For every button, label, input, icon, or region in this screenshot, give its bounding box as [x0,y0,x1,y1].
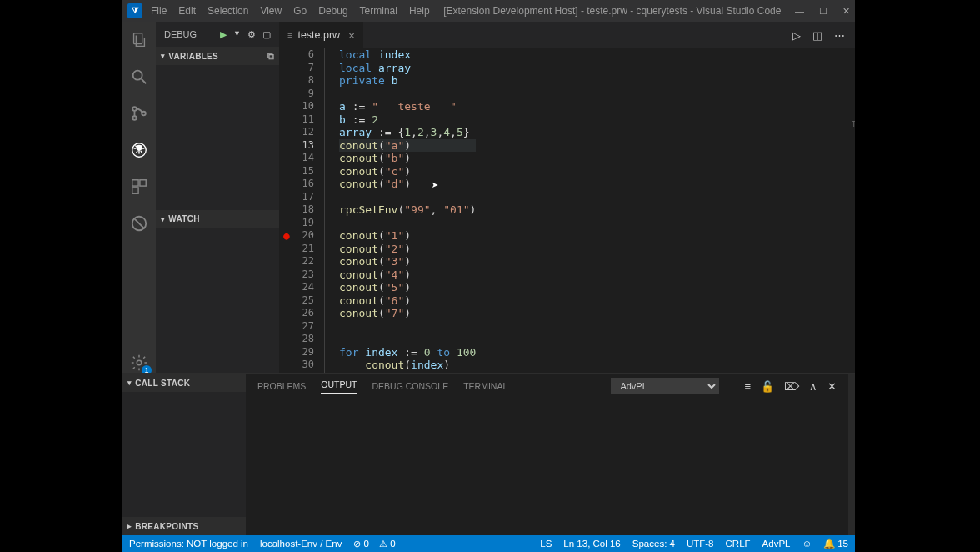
line-number: 25 [294,294,324,308]
menu-go[interactable]: Go [293,5,307,17]
code-line[interactable] [339,191,476,204]
status-errors[interactable]: ⊘0 ⚠0 [353,539,395,549]
status-language[interactable]: AdvPL [762,539,791,549]
code-line[interactable]: conout("7") [339,307,476,320]
code-line[interactable]: private b [339,74,476,88]
code-line[interactable]: local array [339,62,476,75]
code-line[interactable]: conout("4") [339,268,476,282]
status-feedback-icon[interactable]: ☺ [802,539,812,549]
search-icon[interactable] [129,67,149,87]
panel-tab-problems[interactable]: PROBLEMS [258,381,306,391]
callstack-label: CALL STACK [135,379,190,388]
status-permissions[interactable]: Permissions: NOT logged in [129,539,248,549]
panel-tab-output[interactable]: OUTPUT [321,379,357,394]
run-icon[interactable]: ▷ [792,29,801,42]
status-indentation[interactable]: Spaces: 4 [632,539,675,549]
code-line[interactable]: array := {1,2,3,4,5} [339,126,476,139]
debug-settings-icon[interactable]: ⚙ [248,29,256,40]
panel: ▾ CALL STACK ▸ BREAKPOINTS PROBLEMSOUTPU… [122,373,855,535]
menu-debug[interactable]: Debug [318,5,348,17]
close-icon[interactable]: ✕ [842,6,850,17]
output-channel-select[interactable]: AdvPL [611,378,719,394]
status-cursor-position[interactable]: Ln 13, Col 16 [563,539,620,549]
code-line[interactable]: local index [339,48,476,62]
line-number: 16 [294,178,324,191]
code-line[interactable]: conout("a") [339,139,476,153]
close-tab-icon[interactable]: × [348,29,355,42]
panel-tab-debug-console[interactable]: DEBUG CONSOLE [372,381,449,391]
code-line[interactable]: conout("3") [339,255,476,268]
source-control-icon[interactable] [129,103,149,123]
code-line[interactable]: conout("b") [339,152,476,165]
minimap[interactable]: T [850,48,855,373]
callstack-section-header[interactable]: ▾ CALL STACK [122,374,246,392]
menu-view[interactable]: View [260,5,282,17]
editor-tabs: ≡ teste.prw × ▷ ◫ ⋯ [279,22,855,48]
breakpoint-icon[interactable]: ● [279,229,294,243]
callstack-body [122,392,246,517]
panel-tab-terminal[interactable]: TERMINAL [463,381,508,391]
variables-section-header[interactable]: ▾ VARIABLES ⧉ [156,47,279,65]
code-line[interactable] [339,320,476,334]
status-notifications[interactable]: 🔔15 [823,538,848,549]
status-encoding[interactable]: UTF-8 [687,539,714,549]
line-number: 13 [294,139,324,153]
word-wrap-icon[interactable]: ≡ [744,380,751,393]
more-actions-icon[interactable]: ⋯ [834,29,845,42]
line-number: 29 [294,346,324,359]
svg-rect-10 [132,188,138,193]
code-line[interactable]: b := 2 [339,113,476,127]
tab-teste-prw[interactable]: ≡ teste.prw × [279,22,364,48]
start-debug-icon[interactable]: ▶ [220,29,227,40]
code-line[interactable]: conout("c") [339,165,476,178]
status-ls[interactable]: LS [540,539,552,549]
clear-output-icon[interactable]: ⌦ [784,380,799,393]
menu-file[interactable]: File [151,5,167,17]
line-number: 7 [294,62,324,75]
output-panel[interactable] [246,399,848,535]
menu-terminal[interactable]: Terminal [360,5,398,17]
window-controls: — ☐ ✕ [795,6,850,17]
menu-selection[interactable]: Selection [208,5,248,17]
error-icon: ⊘ [353,539,361,549]
menu-help[interactable]: Help [409,5,430,17]
debug-config-dropdown-icon[interactable]: ▼ [233,29,241,40]
line-number: 8 [294,74,324,88]
code-line[interactable]: conout("6") [339,294,476,308]
collapse-all-icon[interactable]: ⧉ [268,51,274,62]
panel-scrollbar[interactable] [848,374,855,535]
debug-icon[interactable] [129,140,149,160]
settings-gear-icon[interactable]: 1 [129,353,149,373]
code-line[interactable]: conout("d") [339,178,476,191]
code-line[interactable] [339,88,476,101]
code-line[interactable]: conout("1") [339,229,476,243]
code-line[interactable]: for index := 0 to 100 [339,346,476,359]
code-line[interactable] [339,217,476,230]
code-line[interactable]: a := " teste " [339,100,476,113]
code-line[interactable]: rpcSetEnv("99", "01") [339,203,476,217]
split-editor-icon[interactable]: ◫ [812,29,822,42]
maximize-panel-icon[interactable]: ∧ [809,380,818,393]
lock-scroll-icon[interactable]: 🔓 [761,380,774,393]
code-editor[interactable]: ●678910111213141516171819202122232425262… [279,48,855,373]
maximize-icon[interactable]: ☐ [819,6,828,17]
close-panel-icon[interactable]: ✕ [828,380,837,393]
window-title: [Extension Development Host] - teste.prw… [430,5,795,17]
line-number: 30 [294,359,324,372]
code-line[interactable]: conout(index) [339,359,476,372]
line-number: 9 [294,88,324,101]
status-env[interactable]: localhost-Env / Env [260,539,342,549]
code-line[interactable]: conout("5") [339,281,476,294]
breakpoints-section-header[interactable]: ▸ BREAKPOINTS [122,517,246,535]
minimize-icon[interactable]: — [795,6,804,17]
menu-edit[interactable]: Edit [178,5,196,17]
watch-section-header[interactable]: ▾ WATCH [156,210,279,228]
status-eol[interactable]: CRLF [726,539,751,549]
explorer-icon[interactable] [129,30,149,50]
code-line[interactable] [339,333,476,346]
no-entry-icon[interactable] [129,213,149,233]
debug-console-icon[interactable]: ▢ [262,29,271,40]
code-line[interactable]: next [339,372,476,374]
code-line[interactable]: conout("2") [339,243,476,256]
extensions-icon[interactable] [129,177,149,197]
